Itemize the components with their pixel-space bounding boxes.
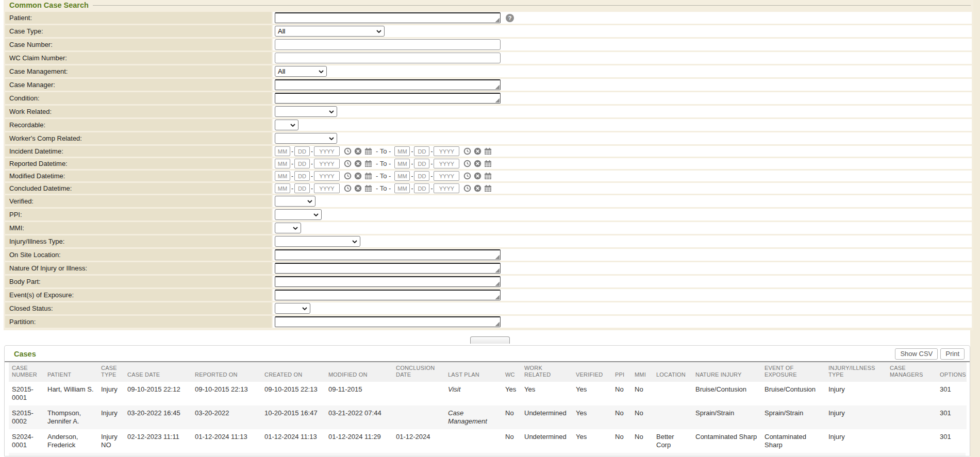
mmi-select[interactable]: [275, 223, 301, 233]
show-csv-button[interactable]: Show CSV: [895, 348, 938, 360]
calendar-icon[interactable]: [364, 172, 372, 180]
events-of-exposure-input[interactable]: [275, 290, 501, 300]
table-row-partial: [9, 453, 966, 456]
form-row-workers-comp-related: Worker's Comp Related:: [5, 132, 972, 144]
reported-to-day-input[interactable]: [414, 159, 429, 168]
calendar-icon[interactable]: [484, 172, 492, 180]
table-cell: 02-12-2023 11:11: [124, 429, 192, 453]
clear-icon[interactable]: [474, 147, 481, 155]
print-button[interactable]: Print: [940, 348, 965, 360]
injury-illness-type-select[interactable]: [275, 236, 360, 247]
case-number-input[interactable]: [275, 39, 501, 50]
concluded-to-month-input[interactable]: [394, 183, 410, 193]
table-cell: Sprain/Strain: [761, 405, 825, 429]
table-cell: [393, 405, 445, 429]
clock-icon[interactable]: [344, 184, 352, 192]
reported-from-day-input[interactable]: [294, 159, 310, 168]
clock-icon[interactable]: [344, 172, 352, 180]
col-header: CASE MANAGERS: [887, 362, 937, 382]
case-manager-input[interactable]: [275, 79, 501, 90]
table-cell: Contaminated Sharp: [761, 429, 825, 453]
workers-comp-related-select[interactable]: [275, 133, 337, 144]
table-cell: No: [632, 429, 653, 453]
incident-from-month-input[interactable]: [275, 146, 290, 156]
reported-to-month-input[interactable]: [394, 159, 410, 168]
col-header: INJURY/ILLNESS TYPE: [825, 362, 887, 382]
patient-input[interactable]: [275, 12, 501, 23]
modified-to-year-input[interactable]: [434, 171, 459, 181]
cases-title: Cases: [14, 350, 892, 358]
clock-icon[interactable]: [463, 160, 471, 167]
modified-from-day-input[interactable]: [294, 171, 310, 181]
table-row: S2015-0002 Thompson, Jennifer A. Injury …: [9, 405, 967, 429]
incident-to-year-input[interactable]: [434, 146, 459, 156]
table-cell: Case Management: [445, 405, 502, 429]
field-label: Worker's Comp Related:: [5, 132, 272, 144]
calendar-icon[interactable]: [484, 160, 492, 167]
calendar-icon[interactable]: [484, 147, 492, 155]
col-header: LAST PLAN: [445, 362, 502, 382]
concluded-to-day-input[interactable]: [414, 183, 429, 193]
modified-to-month-input[interactable]: [394, 171, 410, 181]
clock-icon[interactable]: [463, 172, 471, 180]
wc-claim-number-input[interactable]: [275, 53, 501, 63]
clock-icon[interactable]: [344, 147, 352, 155]
reported-from-year-input[interactable]: [314, 159, 340, 168]
concluded-from-year-input[interactable]: [314, 183, 340, 193]
incident-to-day-input[interactable]: [414, 146, 429, 156]
partition-input[interactable]: [275, 316, 501, 327]
nature-of-injury-input[interactable]: [275, 263, 501, 274]
clear-icon[interactable]: [354, 147, 362, 155]
col-header: CASE TYPE: [98, 362, 124, 382]
concluded-to-year-input[interactable]: [434, 183, 459, 193]
clear-icon[interactable]: [474, 184, 481, 192]
recordable-select[interactable]: [275, 120, 298, 130]
modified-from-year-input[interactable]: [314, 171, 340, 181]
modified-from-month-input[interactable]: [275, 171, 290, 181]
incident-from-day-input[interactable]: [294, 146, 310, 156]
col-header: NATURE INJURY: [692, 362, 761, 382]
search-button-clipped[interactable]: [470, 336, 510, 344]
modified-to-day-input[interactable]: [414, 171, 429, 181]
condition-input[interactable]: [275, 93, 501, 104]
incident-to-month-input[interactable]: [394, 146, 410, 156]
reported-from-month-input[interactable]: [275, 159, 290, 168]
clear-icon[interactable]: [354, 160, 362, 167]
col-header: WC: [502, 362, 521, 382]
table-cell: S2015-0001: [9, 382, 44, 405]
clear-icon[interactable]: [354, 172, 362, 180]
table-cell: 09-10-2015 22:13: [261, 382, 325, 405]
clock-icon[interactable]: [463, 184, 471, 192]
clock-icon[interactable]: [463, 147, 471, 155]
concluded-from-day-input[interactable]: [294, 183, 310, 193]
field-label: Case Number:: [5, 39, 272, 50]
body-part-input[interactable]: [275, 276, 501, 287]
reported-to-year-input[interactable]: [434, 159, 459, 168]
clear-icon[interactable]: [474, 160, 481, 167]
cases-table: CASE NUMBER PATIENT CASE TYPE CASE DATE …: [9, 362, 967, 453]
case-management-select[interactable]: All: [275, 66, 327, 77]
incident-from-year-input[interactable]: [314, 146, 340, 156]
table-cell: Bruise/Contusion: [761, 382, 825, 405]
table-cell: 301: [937, 429, 967, 453]
closed-status-select[interactable]: [275, 303, 310, 314]
calendar-icon[interactable]: [364, 147, 372, 155]
partition-field-wrap: [275, 316, 501, 327]
on-site-location-input[interactable]: [275, 249, 501, 260]
case-type-select[interactable]: All: [275, 26, 385, 37]
clear-icon[interactable]: [354, 184, 362, 192]
table-cell: Undetermined: [521, 405, 573, 429]
calendar-icon[interactable]: [484, 184, 492, 192]
calendar-icon[interactable]: [364, 184, 372, 192]
calendar-icon[interactable]: [364, 160, 372, 167]
ppi-select[interactable]: [275, 209, 322, 220]
clock-icon[interactable]: [344, 160, 352, 167]
table-cell: Injury NO: [98, 429, 124, 453]
clear-icon[interactable]: [474, 172, 481, 180]
col-header: REPORTED ON: [192, 362, 261, 382]
table-cell: 09-10-2015 22:12: [124, 382, 192, 405]
work-related-select[interactable]: [275, 106, 337, 117]
verified-select[interactable]: [275, 196, 315, 207]
concluded-from-month-input[interactable]: [275, 183, 290, 193]
help-icon[interactable]: ?: [506, 14, 514, 22]
